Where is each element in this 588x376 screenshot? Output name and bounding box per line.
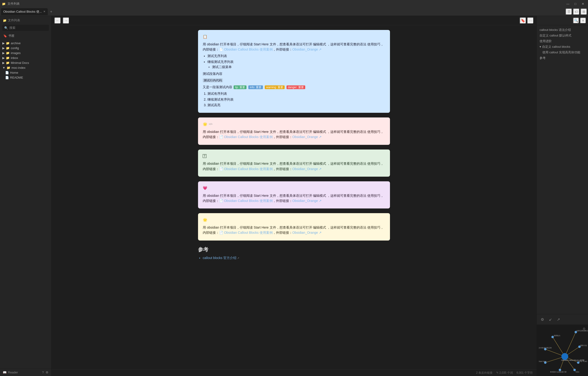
file-link-5[interactable]: 📄 Obsidian Callout Blocks 使用案例 <box>219 231 273 234</box>
badge-danger: danger: 重要 <box>286 85 305 89</box>
sidebar-item-moc-index[interactable]: ▼ 📁 moc-index <box>0 65 51 70</box>
back-button[interactable]: ← <box>54 17 61 24</box>
titlebar-folder-icon: 📁 <box>2 2 6 6</box>
graph-view: ⚙ 我 <box>537 324 588 376</box>
bookmark-button[interactable]: 🔖 <box>520 17 526 24</box>
toolbar-right: 🔖 ⋯ <box>520 17 534 24</box>
sidebar-item-inbox[interactable]: ▶ 📁 inbox <box>0 55 51 60</box>
sidebar-item-label: moc-index <box>11 66 25 70</box>
reader-button[interactable]: 📖 Reader <box>3 371 18 374</box>
callout-pink-text: 用 obsidian 打开本项目，仔细阅读 Start Here 文件，想查看具… <box>203 129 385 140</box>
outline-item-advanced[interactable]: 使用进阶 <box>537 38 588 44</box>
forward-button[interactable]: → <box>63 17 69 24</box>
sidebar-item-images[interactable]: ▶ 📁 images <box>0 51 51 55</box>
outline-item-highlight[interactable]: 使用 callout 实现高亮块功能 <box>537 50 588 55</box>
titlebar-buttons: — □ ✕ <box>565 1 586 6</box>
outline-item-custom-blocks[interactable]: ▾ 自定义 callout blocks <box>537 44 588 50</box>
folder-icon: 📁 <box>6 46 10 50</box>
sidebar-item-label: config <box>11 46 19 50</box>
more-button[interactable]: ⋯ <box>527 17 534 24</box>
sidebar-title: 📁 文件列表 <box>0 16 51 24</box>
sidebar-item-readme[interactable]: 📄 README <box>0 75 51 80</box>
callout-blue-code-line: 测试行内代码 <box>203 78 385 83</box>
graph-node-main[interactable] <box>561 353 568 360</box>
outline-item-custom-default[interactable]: 自定义 callout 默认样式 <box>537 33 588 38</box>
bookmark-icon: 🔖 <box>3 34 7 38</box>
graph-label: 所有 FLAG <box>579 360 587 362</box>
ext-link-4[interactable]: Obsidian_Orange ↗ <box>292 199 322 203</box>
sidebar-item-label: Minimal Docs <box>11 61 29 64</box>
ext-link-1[interactable]: Obsidian_Orange ↗ <box>292 48 322 51</box>
outline-close-button[interactable]: ✕ <box>580 18 586 24</box>
folder-icon: 📁 <box>6 56 10 60</box>
right-sidebar-toolbar: 🔍 ✕ <box>537 16 588 25</box>
ext-icon: ↗ <box>237 257 239 260</box>
outlinks-button[interactable]: ↗ <box>556 317 561 322</box>
graph-node[interactable] <box>551 336 554 338</box>
sidebar-item-minimal-docs[interactable]: ▶ 📁 Minimal Docs <box>0 60 51 65</box>
reference-link-1[interactable]: callout blocks 官方介绍↗ <box>203 256 239 260</box>
callout-purple-header: 💗 <box>203 185 385 191</box>
ext-link-5[interactable]: Obsidian_Orange ↗ <box>292 231 322 234</box>
callout-pink-header: 🌟 </> <box>203 121 385 127</box>
help-icon[interactable]: ? <box>42 371 44 374</box>
outline-item-reference[interactable]: 参考 <box>537 55 588 61</box>
list-item: 继续测试有序列表 <box>207 97 385 102</box>
bookmarks-item[interactable]: 🔖 书签 <box>2 33 49 38</box>
close-button[interactable]: ✕ <box>579 1 586 6</box>
minimize-button[interactable]: — <box>565 1 571 6</box>
ext-link-2[interactable]: Obsidian_Orange ↗ <box>292 135 322 139</box>
callout-blue-badge-line: 又是一段落测试内容 tip: 重要 info: 重要 warning: 重要 d… <box>203 84 385 90</box>
tab-active[interactable]: Obsidian Callout Blocks 使... ✕ <box>1 8 48 15</box>
chars-status: 6,001 个字符 <box>517 371 533 375</box>
callout-purple-icon: 💗 <box>203 185 207 191</box>
graph-label: 文本来克与笔记块 <box>539 347 552 349</box>
sidebar-item-archive[interactable]: ▶ 📁 archive <box>0 41 51 46</box>
graph-svg: 我帮助力 文本来克与笔记块 Obsidian Callout Blocks 使用… <box>537 325 588 376</box>
graph-label: ToDo <box>575 371 579 373</box>
file-link-4[interactable]: 📄 Obsidian Callout Blocks 使用案例 <box>219 199 273 203</box>
folder-icon: 📁 <box>6 61 10 64</box>
tab-add-button[interactable]: + <box>48 9 54 15</box>
file-link-2[interactable]: 📄 Obsidian Callout Blocks 使用案例 <box>219 135 273 139</box>
callout-blue-unordered-list: 测试无序列表 继续测试无序列表 测试二级菜单 <box>203 53 385 70</box>
reference-list: callout blocks 官方介绍↗ <box>198 256 390 260</box>
search-button[interactable]: 🔍 搜索 <box>2 25 49 31</box>
maximize-button[interactable]: □ <box>572 1 579 6</box>
outline-search-button[interactable]: 🔍 <box>573 18 579 24</box>
backlinks-button[interactable]: ↙ <box>547 317 553 322</box>
callout-blue: 📋 用 obsidian 打开本项目，仔细阅读 Start Here 文件，想查… <box>198 30 390 113</box>
words-status: ✎ 2,035 个词 <box>496 371 513 375</box>
outline-item-label: 使用 callout 实现高亮块功能 <box>542 51 580 54</box>
outline-item-callout-syntax[interactable]: callout blocks 语法介绍 <box>537 27 588 33</box>
sidebar-footer-icons: ? ⚙ <box>42 371 48 374</box>
outline-item-label: callout blocks 语法介绍 <box>540 28 571 31</box>
search-label: 搜索 <box>9 26 15 30</box>
sidebar-item-label: inbox <box>11 56 18 60</box>
file-link-3[interactable]: 📄 Obsidian Callout Blocks 使用案例 <box>219 167 273 171</box>
graph-button[interactable]: ⚙ <box>540 317 545 322</box>
file-link-1[interactable]: 📄 Obsidian Callout Blocks 使用案例 <box>219 48 273 51</box>
chevron-right-icon: ▶ <box>2 42 5 45</box>
tab-close-icon[interactable]: ✕ <box>43 10 45 13</box>
graph-settings-button[interactable]: ⚙ <box>581 326 587 331</box>
callout-green-text: 用 obsidian 打开本项目，仔细阅读 Start Here 文件，想查看具… <box>203 161 385 171</box>
list-item: 测试有序列表 <box>207 91 385 96</box>
callout-green-header: 🅃 <box>203 153 385 159</box>
code-toggle-button[interactable]: </> <box>209 122 212 126</box>
sidebar-footer: 📖 Reader ? ⚙ <box>0 368 51 376</box>
layout-button[interactable]: ⊞ <box>580 8 587 15</box>
callout-blue-header: 📋 <box>203 34 385 40</box>
graph-edge <box>553 337 565 356</box>
callout-yellow-icon: 🌟 <box>203 217 207 223</box>
right-sidebar: 🔍 ✕ callout blocks 语法介绍 自定义 callout 默认样式… <box>536 16 588 376</box>
sidebar-item-home[interactable]: 📄 Home <box>0 70 51 75</box>
callout-blue-paragraph: 测试段落内容 <box>203 71 385 76</box>
ext-link-3[interactable]: Obsidian_Orange ↗ <box>292 167 322 171</box>
outline-list: callout blocks 语法介绍 自定义 callout 默认样式 使用进… <box>537 25 588 314</box>
sidebar-item-config[interactable]: ▶ 📁 config <box>0 46 51 51</box>
tab-list-button[interactable]: ☰ <box>566 8 572 15</box>
settings-icon[interactable]: ⚙ <box>46 371 48 374</box>
toolbar-nav: ← → <box>54 17 69 24</box>
tag-button[interactable]: 🏷 <box>573 8 579 15</box>
